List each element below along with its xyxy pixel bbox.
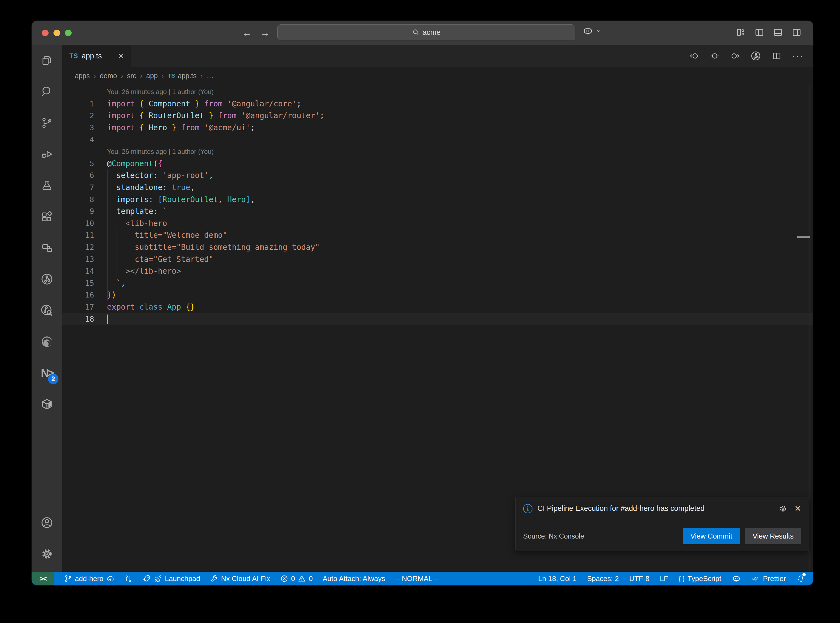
compare-changes-item[interactable] <box>124 574 132 583</box>
code-text: imports: [RouterOutlet, Hero], <box>107 195 255 204</box>
code-row[interactable]: 2import { RouterOutlet } from '@angular/… <box>62 110 813 122</box>
code-row[interactable]: 5@Component({ <box>62 158 813 170</box>
launchpad-status-item[interactable]: Launchpad <box>142 574 200 583</box>
language-mode-item[interactable]: { } TypeScript <box>679 574 722 583</box>
auto-attach-item[interactable]: Auto Attach: Always <box>322 574 385 583</box>
nx-console-icon[interactable]: N> 2 <box>32 357 62 388</box>
previous-change-icon[interactable] <box>690 51 699 61</box>
toggle-sidebar-right-icon[interactable] <box>791 27 802 38</box>
run-debug-icon[interactable] <box>32 138 62 170</box>
code-row[interactable]: 12 subtitle="Build something amazing tod… <box>62 241 813 253</box>
breadcrumb-item[interactable]: … <box>207 72 213 80</box>
next-change-icon[interactable] <box>730 51 740 61</box>
view-commit-button[interactable]: View Commit <box>683 528 740 544</box>
copilot-status-item[interactable] <box>732 574 741 583</box>
code-row[interactable]: 15 `, <box>62 277 813 289</box>
command-center-search[interactable]: acme <box>277 25 575 40</box>
breadcrumb[interactable]: apps›demo›src›app›TSapp.ts›… <box>62 67 813 84</box>
breadcrumb-item[interactable]: src <box>127 72 136 80</box>
code-row[interactable]: 3import { Hero } from '@acme/ui'; <box>62 122 813 134</box>
close-window-button[interactable] <box>42 30 49 36</box>
breadcrumb-separator-icon: › <box>161 72 164 80</box>
testing-icon[interactable] <box>32 170 62 201</box>
code-row[interactable]: 9 template: ` <box>62 206 813 218</box>
line-number: 18 <box>62 315 94 323</box>
blame-annotation-row[interactable]: You, 26 minutes ago | 1 author (You) <box>62 86 813 98</box>
current-change-icon[interactable] <box>710 51 720 61</box>
source-control-graph-icon[interactable] <box>32 264 62 295</box>
minimize-window-button[interactable] <box>54 30 60 36</box>
close-notification-icon[interactable]: ✕ <box>794 504 801 513</box>
code-row[interactable]: 18 <box>62 313 813 325</box>
code-row[interactable]: 10 <lib-hero <box>62 218 813 230</box>
warnings-icon <box>298 574 306 583</box>
tab-app-ts[interactable]: TS app.ts ✕ <box>62 45 131 67</box>
formatter-status-item[interactable]: Prettier <box>751 574 786 583</box>
code-row[interactable]: 17export class App {} <box>62 301 813 313</box>
source-control-icon[interactable] <box>32 107 62 138</box>
status-bar: >< add-hero Launchpad Nx Cloud AI Fix 0 … <box>32 572 813 585</box>
line-number: 16 <box>62 291 94 299</box>
customize-layout-icon[interactable] <box>736 27 746 38</box>
line-number: 14 <box>62 267 94 275</box>
notification-title: CI Pipeline Execution for #add-hero has … <box>537 504 774 513</box>
branch-status-item[interactable]: add-hero <box>64 574 114 583</box>
line-number: 11 <box>62 231 94 239</box>
zoom-window-button[interactable] <box>65 30 72 36</box>
overview-ruler-cursor-mark <box>797 236 810 238</box>
code-row[interactable]: 8 imports: [RouterOutlet, Hero], <box>62 193 813 206</box>
forward-arrow-icon[interactable]: → <box>260 26 270 40</box>
code-text: }) <box>107 290 116 299</box>
explorer-icon[interactable] <box>32 45 62 76</box>
search-icon[interactable] <box>32 76 62 107</box>
linked-views-icon[interactable] <box>32 232 62 264</box>
encoding-item[interactable]: UTF-8 <box>629 574 650 583</box>
vim-mode-item[interactable]: -- NORMAL -- <box>395 574 439 583</box>
copilot-icon <box>582 26 593 37</box>
code-text: <lib-hero <box>107 219 167 228</box>
blame-annotation-row[interactable]: You, 26 minutes ago | 1 author (You) <box>62 146 813 158</box>
settings-gear-icon[interactable] <box>32 538 62 569</box>
back-arrow-icon[interactable]: ← <box>242 26 252 40</box>
breadcrumb-item[interactable]: demo <box>100 72 117 80</box>
code-row[interactable]: 6 selector: 'app-root', <box>62 169 813 181</box>
problems-status-item[interactable]: 0 0 <box>280 574 313 583</box>
extensions-icon[interactable] <box>32 201 62 232</box>
cursor-position-item[interactable]: Ln 18, Col 1 <box>538 574 577 583</box>
breadcrumb-item[interactable]: TSapp.ts <box>168 72 197 80</box>
scrollbar-track[interactable] <box>809 84 810 572</box>
vscode-window: ← → acme <box>32 21 813 585</box>
commit-graph-icon[interactable] <box>750 51 761 61</box>
line-number: 13 <box>62 255 94 264</box>
code-row[interactable]: 14 ></lib-hero> <box>62 265 813 277</box>
tab-label: app.ts <box>82 52 102 60</box>
breadcrumb-item[interactable]: app <box>146 72 158 80</box>
code-text: ></lib-hero> <box>107 267 181 276</box>
code-row[interactable]: 16}) <box>62 289 813 301</box>
publish-cloud-icon <box>106 574 114 583</box>
toggle-sidebar-left-icon[interactable] <box>754 27 765 38</box>
code-row[interactable]: 1import { Component } from '@angular/cor… <box>62 98 813 110</box>
remote-indicator[interactable]: >< <box>32 572 54 585</box>
more-actions-icon[interactable]: ··· <box>792 53 803 59</box>
nx-badge: 2 <box>48 374 58 384</box>
accounts-icon[interactable] <box>32 507 62 538</box>
view-results-button[interactable]: View Results <box>745 528 801 544</box>
toggle-panel-icon[interactable] <box>773 27 783 38</box>
close-tab-icon[interactable]: ✕ <box>118 52 124 61</box>
indentation-item[interactable]: Spaces: 2 <box>587 574 619 583</box>
copilot-menu-button[interactable] <box>582 26 602 37</box>
commit-search-icon[interactable] <box>32 295 62 326</box>
git-branch-icon <box>64 574 72 583</box>
split-editor-icon[interactable] <box>772 51 782 61</box>
breadcrumb-item[interactable]: apps <box>75 72 90 80</box>
notifications-bell-item[interactable] <box>796 574 805 583</box>
code-row[interactable]: 7 standalone: true, <box>62 181 813 193</box>
code-row[interactable]: 4 <box>62 134 813 146</box>
code-row[interactable]: 11 title="Welcmoe demo" <box>62 229 813 241</box>
edge-devtools-icon[interactable] <box>32 326 62 357</box>
eol-item[interactable]: LF <box>660 574 668 583</box>
nx-cloud-fix-item[interactable]: Nx Cloud AI Fix <box>210 574 270 583</box>
code-row[interactable]: 13 cta="Get Started" <box>62 253 813 265</box>
containers-icon[interactable] <box>32 388 62 420</box>
